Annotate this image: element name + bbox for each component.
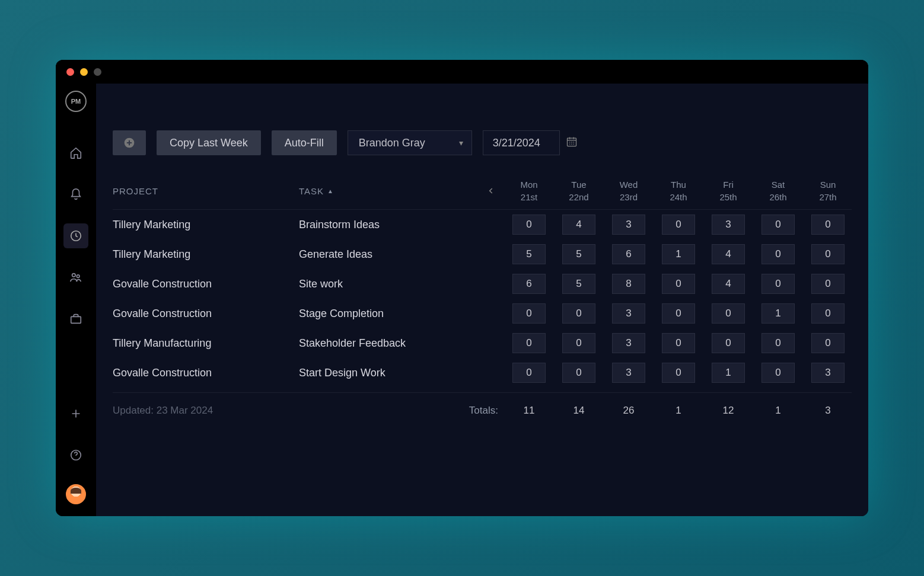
hours-input[interactable]: 0 [811, 244, 845, 264]
task-cell: Stage Completion [299, 308, 477, 320]
table-row: Tillery ManufacturingStakeholder Feedbac… [113, 328, 852, 358]
hours-input[interactable]: 6 [612, 244, 645, 264]
project-cell: Govalle Construction [113, 367, 297, 379]
project-cell: Tillery Marketing [113, 248, 297, 261]
hours-input[interactable]: 0 [512, 215, 546, 235]
main-content: Copy Last Week Auto-Fill Brandon Gray 3/… [96, 84, 868, 516]
chevron-left-icon [487, 187, 495, 195]
hours-input[interactable]: 0 [562, 363, 595, 383]
column-header-task[interactable]: TASK ▲ [299, 186, 477, 196]
hours-input[interactable]: 0 [761, 215, 795, 235]
hours-input[interactable]: 6 [512, 274, 546, 294]
hours-input[interactable]: 0 [562, 333, 595, 353]
hours-input[interactable]: 5 [562, 244, 595, 264]
nav-people[interactable] [63, 265, 88, 290]
task-cell: Generate Ideas [299, 248, 477, 261]
hours-input[interactable]: 1 [662, 244, 695, 264]
maximize-window-button[interactable] [94, 68, 101, 76]
hours-input[interactable]: 1 [761, 303, 795, 324]
help-icon [69, 449, 82, 462]
total-sun: 3 [804, 405, 852, 417]
project-cell: Tillery Manufacturing [113, 337, 297, 350]
hours-input[interactable]: 0 [662, 363, 695, 383]
briefcase-icon [69, 312, 82, 325]
hours-input[interactable]: 3 [612, 363, 645, 383]
total-mon: 11 [505, 405, 553, 417]
total-wed: 26 [605, 405, 652, 417]
plus-icon [69, 407, 82, 420]
hours-input[interactable]: 0 [811, 303, 845, 324]
hours-input[interactable]: 8 [612, 274, 645, 294]
task-header-label: TASK [299, 186, 324, 196]
hours-input[interactable]: 0 [761, 274, 795, 294]
hours-input[interactable]: 5 [512, 244, 546, 264]
hours-input[interactable]: 0 [761, 333, 795, 353]
calendar-icon[interactable] [566, 136, 578, 151]
total-thu: 1 [655, 405, 702, 417]
hours-input[interactable]: 0 [512, 303, 546, 324]
sort-asc-icon: ▲ [327, 188, 334, 194]
hours-input[interactable]: 0 [512, 363, 546, 383]
user-select[interactable]: Brandon Gray [348, 130, 472, 155]
nav-portfolio[interactable] [63, 306, 88, 331]
hours-input[interactable]: 0 [761, 244, 795, 264]
day-header-thu: Thu24th [655, 178, 702, 203]
table-row: Tillery MarketingBrainstorm Ideas0430300 [113, 210, 852, 239]
svg-point-2 [77, 275, 79, 278]
task-cell: Brainstorm Ideas [299, 219, 477, 231]
table-row: Govalle ConstructionStage Completion0030… [113, 299, 852, 328]
hours-input[interactable]: 0 [662, 215, 695, 235]
hours-input[interactable]: 0 [811, 274, 845, 294]
app-logo: PM [65, 91, 87, 112]
updated-timestamp: Updated: 23 Mar 2024 [113, 405, 297, 417]
svg-point-1 [72, 274, 76, 277]
hours-input[interactable]: 4 [712, 274, 745, 294]
total-sat: 1 [754, 405, 802, 417]
hours-input[interactable]: 4 [562, 215, 595, 235]
hours-input[interactable]: 0 [761, 363, 795, 383]
toolbar: Copy Last Week Auto-Fill Brandon Gray 3/… [96, 119, 868, 167]
task-cell: Site work [299, 278, 477, 290]
prev-week-button[interactable] [479, 187, 503, 195]
hours-input[interactable]: 3 [811, 363, 845, 383]
hours-input[interactable]: 0 [811, 215, 845, 235]
titlebar [56, 60, 868, 84]
hours-input[interactable]: 3 [612, 333, 645, 353]
close-window-button[interactable] [66, 68, 74, 76]
hours-input[interactable]: 3 [712, 215, 745, 235]
hours-input[interactable]: 0 [662, 303, 695, 324]
minimize-window-button[interactable] [80, 68, 88, 76]
hours-input[interactable]: 0 [662, 274, 695, 294]
hours-input[interactable]: 0 [512, 333, 546, 353]
nav-add[interactable] [63, 401, 88, 426]
hours-input[interactable]: 0 [811, 333, 845, 353]
hours-input[interactable]: 3 [612, 303, 645, 324]
nav-timesheet[interactable] [63, 223, 88, 248]
hours-input[interactable]: 3 [612, 215, 645, 235]
user-avatar[interactable] [66, 484, 86, 504]
day-header-wed: Wed23rd [605, 178, 652, 203]
nav-notifications[interactable] [63, 182, 88, 207]
add-row-button[interactable] [113, 130, 146, 155]
hours-input[interactable]: 0 [662, 333, 695, 353]
day-header-sun: Sun27th [804, 178, 852, 203]
clock-icon [69, 229, 82, 242]
hours-input[interactable]: 0 [562, 303, 595, 324]
nav-home[interactable] [63, 140, 88, 165]
day-header-tue: Tue22nd [555, 178, 603, 203]
plus-circle-icon [123, 137, 135, 149]
column-header-project[interactable]: PROJECT [113, 186, 297, 196]
auto-fill-button[interactable]: Auto-Fill [272, 130, 337, 155]
hours-input[interactable]: 5 [562, 274, 595, 294]
sidebar: PM [56, 84, 96, 516]
table-header: PROJECT TASK ▲ Mon21st Tue22nd Wed23rd T… [113, 167, 852, 210]
copy-last-week-button[interactable]: Copy Last Week [157, 130, 261, 155]
nav-help[interactable] [63, 443, 88, 468]
hours-input[interactable]: 0 [712, 303, 745, 324]
hours-input[interactable]: 0 [712, 333, 745, 353]
table-row: Govalle ConstructionSite work6580400 [113, 269, 852, 299]
hours-input[interactable]: 1 [712, 363, 745, 383]
date-input[interactable]: 3/21/2024 [483, 130, 560, 155]
people-icon [69, 271, 82, 284]
hours-input[interactable]: 4 [712, 244, 745, 264]
